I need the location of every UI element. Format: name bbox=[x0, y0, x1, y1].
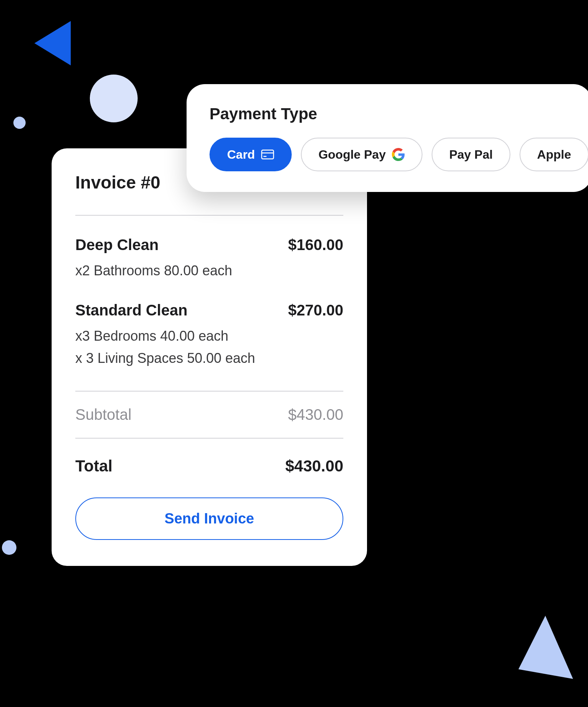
decorative-triangle-bottom bbox=[518, 613, 583, 679]
line-item-detail: x3 Bedrooms 40.00 each bbox=[75, 326, 343, 346]
svg-rect-0 bbox=[262, 150, 273, 159]
line-item-price: $270.00 bbox=[288, 302, 343, 319]
payment-option-label: Apple bbox=[537, 148, 571, 162]
line-item-price: $160.00 bbox=[288, 236, 343, 254]
total-row: Total $430.00 bbox=[75, 439, 343, 497]
payment-option-paypal[interactable]: Pay Pal bbox=[432, 138, 510, 171]
line-item-detail: x2 Bathrooms 80.00 each bbox=[75, 260, 343, 281]
payment-option-label: Pay Pal bbox=[449, 148, 493, 162]
decorative-circle-small-2 bbox=[2, 540, 16, 555]
line-item: Standard Clean $270.00 x3 Bedrooms 40.00… bbox=[75, 281, 343, 391]
payment-type-panel: Payment Type Card Google Pay bbox=[187, 84, 588, 192]
credit-card-icon bbox=[261, 150, 274, 159]
send-invoice-button[interactable]: Send Invoice bbox=[75, 497, 343, 540]
google-icon bbox=[392, 148, 405, 161]
payment-option-google-pay[interactable]: Google Pay bbox=[301, 138, 422, 171]
subtotal-label: Subtotal bbox=[75, 406, 132, 423]
decorative-circle-large bbox=[90, 75, 138, 122]
payment-option-apple[interactable]: Apple bbox=[520, 138, 588, 171]
line-item-name: Deep Clean bbox=[75, 236, 159, 254]
payment-option-card[interactable]: Card bbox=[210, 138, 292, 171]
payment-type-title: Payment Type bbox=[210, 105, 588, 123]
line-item: Deep Clean $160.00 x2 Bathrooms 80.00 ea… bbox=[75, 216, 343, 281]
subtotal-row: Subtotal $430.00 bbox=[75, 392, 343, 438]
line-item-detail: x 3 Living Spaces 50.00 each bbox=[75, 348, 343, 369]
subtotal-value: $430.00 bbox=[288, 406, 343, 423]
line-item-name: Standard Clean bbox=[75, 302, 187, 319]
invoice-card: Invoice #0 Deep Clean $160.00 x2 Bathroo… bbox=[52, 148, 367, 566]
decorative-circle-small-1 bbox=[13, 117, 26, 129]
payment-option-label: Google Pay bbox=[318, 148, 386, 162]
payment-options: Card Google Pay P bbox=[210, 138, 588, 171]
payment-option-label: Card bbox=[227, 148, 255, 162]
decorative-triangle-top bbox=[34, 21, 71, 65]
line-item-header: Standard Clean $270.00 bbox=[75, 302, 343, 319]
total-value: $430.00 bbox=[285, 457, 343, 475]
line-item-header: Deep Clean $160.00 bbox=[75, 236, 343, 254]
total-label: Total bbox=[75, 457, 112, 475]
